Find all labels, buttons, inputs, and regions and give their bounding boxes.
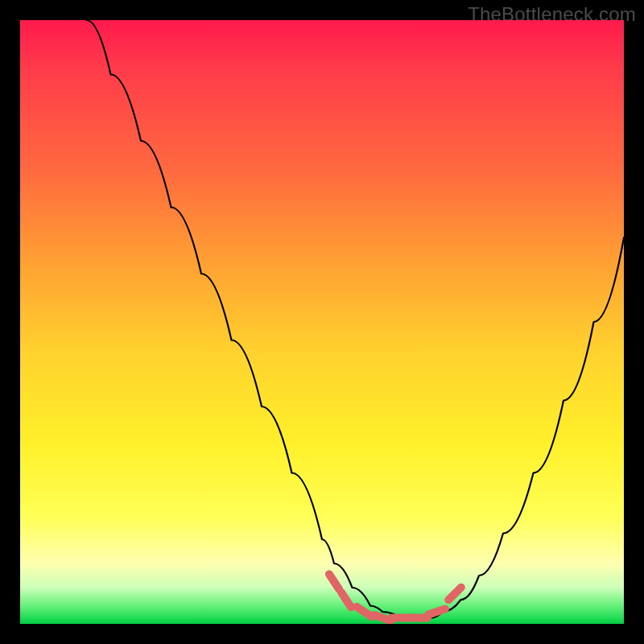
chart-svg: [20, 20, 624, 624]
valley-marker: [341, 592, 351, 607]
plot-area: [20, 20, 624, 624]
curve-line: [87, 20, 625, 618]
valley-marker: [329, 574, 339, 588]
valley-marker: [448, 588, 461, 601]
valley-marker: [357, 607, 371, 617]
chart-frame: TheBottleneck.com: [0, 0, 644, 644]
bottleneck-curve: [87, 20, 625, 618]
valley-marker: [428, 609, 445, 615]
